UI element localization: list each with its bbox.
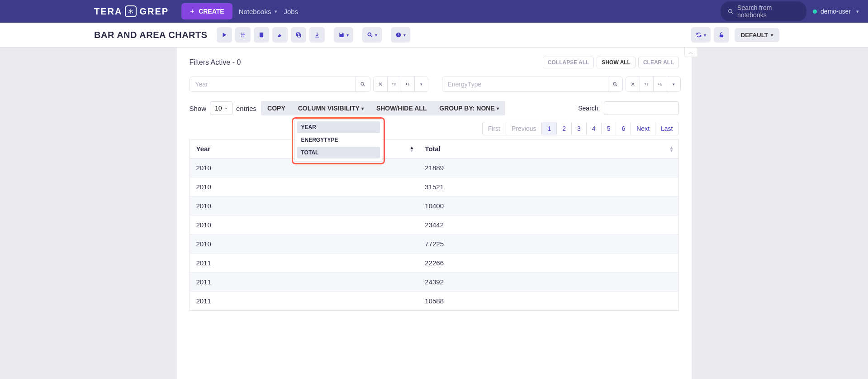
- filter-more-button[interactable]: ▾: [414, 77, 428, 91]
- clock-icon: [395, 32, 402, 38]
- cell-year: 2010: [190, 197, 418, 216]
- status-dot-icon: [813, 10, 817, 14]
- column-header-total[interactable]: Total ▲▼: [418, 139, 678, 158]
- filter-search-button[interactable]: [356, 77, 370, 91]
- table-row: 201124392: [190, 273, 678, 292]
- quick-search-dropdown[interactable]: ▾: [362, 27, 382, 43]
- show-all-button[interactable]: SHOW ALL: [597, 57, 636, 68]
- cell-total: 24392: [418, 273, 678, 292]
- svg-rect-3: [296, 33, 299, 36]
- filter-sort-desc-button[interactable]: [653, 77, 667, 91]
- lock-button[interactable]: [714, 27, 729, 43]
- subheader: BAR AND AREA CHARTS ▾ ▾ ▾ ▾ DEFAU: [0, 23, 868, 48]
- nav-notebooks[interactable]: Notebooks: [239, 8, 278, 15]
- filter-clear-button[interactable]: ✕: [374, 77, 387, 91]
- filter-search-button[interactable]: [608, 77, 622, 91]
- close-icon: ✕: [378, 81, 383, 87]
- show-label: Show: [190, 105, 207, 112]
- filter-sort-asc-button[interactable]: [387, 77, 401, 91]
- cell-total: 10400: [418, 197, 678, 216]
- cell-total: 22266: [418, 254, 678, 273]
- nav-jobs[interactable]: Jobs: [284, 8, 298, 15]
- table-row: 201122266: [190, 254, 678, 273]
- svg-point-5: [368, 33, 371, 36]
- column-visibility-menu: YEARENERGYTYPETOTAL: [294, 119, 382, 162]
- book-button[interactable]: [254, 27, 269, 43]
- user-name: demo-user: [821, 8, 851, 15]
- sort-icon: ▲▼: [669, 146, 674, 152]
- merge-button[interactable]: [235, 27, 251, 43]
- cell-total: 77225: [418, 235, 678, 254]
- clear-all-button[interactable]: CLEAR ALL: [638, 57, 679, 68]
- user-menu[interactable]: demo-user: [813, 8, 859, 15]
- create-button[interactable]: CREATE: [181, 3, 232, 19]
- cell-total: 10588: [418, 292, 678, 311]
- column-visibility-item[interactable]: TOTAL: [297, 147, 380, 158]
- caret-down-icon: ▾: [403, 33, 406, 38]
- cell-year: 2011: [190, 254, 418, 273]
- search-table-input[interactable]: [604, 101, 679, 115]
- collapse-panel-button[interactable]: ︿: [684, 47, 698, 57]
- page-number-button[interactable]: 4: [586, 122, 601, 135]
- filter-clear-button[interactable]: ✕: [626, 77, 640, 91]
- cell-year: 2010: [190, 235, 418, 254]
- svg-rect-4: [340, 33, 342, 34]
- column-visibility-button[interactable]: COLUMN VISIBILITY ▾: [292, 101, 370, 115]
- eraser-icon: [277, 32, 283, 38]
- pagination: FirstPrevious123456NextLast: [482, 122, 679, 135]
- collapse-all-button[interactable]: COLLAPSE ALL: [543, 57, 594, 68]
- page-previous-button[interactable]: Previous: [506, 122, 541, 135]
- brand-right: GREP: [139, 6, 169, 17]
- global-search[interactable]: Search from notebooks: [721, 1, 806, 21]
- filter-sort-asc-button[interactable]: [640, 77, 653, 91]
- page-last-button[interactable]: Last: [655, 122, 678, 135]
- entries-select[interactable]: 10: [210, 101, 232, 115]
- page-first-button[interactable]: First: [483, 122, 506, 135]
- svg-rect-1: [260, 33, 263, 38]
- run-button[interactable]: [217, 27, 232, 43]
- entries-label: entries: [236, 105, 256, 112]
- sort-desc-icon: [405, 82, 410, 87]
- table-row: 201110588: [190, 292, 678, 311]
- filter-sort-desc-button[interactable]: [401, 77, 414, 91]
- page-number-button[interactable]: 5: [601, 122, 616, 135]
- sort-asc-icon: [644, 82, 649, 87]
- refresh-icon: [696, 32, 702, 38]
- cell-year: 2010: [190, 178, 418, 197]
- page-number-button[interactable]: 2: [556, 122, 571, 135]
- download-button[interactable]: [309, 27, 325, 43]
- filter-year-input[interactable]: [190, 77, 356, 91]
- filter-energytype-input[interactable]: [442, 77, 608, 91]
- save-icon: [338, 32, 345, 38]
- filter-more-button[interactable]: ▾: [667, 77, 680, 91]
- search-icon: [728, 9, 734, 14]
- chevron-up-icon: ︿: [688, 49, 693, 56]
- search-icon: [360, 82, 365, 87]
- svg-point-9: [613, 82, 616, 85]
- copy-button[interactable]: [291, 27, 306, 43]
- show-hide-all-button[interactable]: SHOW/HIDE ALL: [370, 101, 433, 115]
- column-visibility-item[interactable]: ENERGYTYPE: [297, 134, 380, 146]
- column-visibility-item[interactable]: YEAR: [297, 121, 380, 133]
- environment-label: DEFAULT: [741, 32, 768, 38]
- page-number-button[interactable]: 3: [571, 122, 586, 135]
- play-icon: [221, 32, 228, 38]
- search-icon: [367, 32, 373, 38]
- erase-button[interactable]: [272, 27, 288, 43]
- page-next-button[interactable]: Next: [631, 122, 655, 135]
- cell-total: 23442: [418, 216, 678, 235]
- plus-icon: [190, 9, 195, 14]
- page-title: BAR AND AREA CHARTS: [94, 30, 208, 40]
- caret-down-icon: ▾: [361, 106, 364, 111]
- save-dropdown[interactable]: ▾: [334, 27, 353, 43]
- caret-down-icon: ▾: [704, 33, 706, 38]
- copy-table-button[interactable]: COPY: [261, 101, 292, 115]
- group-by-button[interactable]: GROUP BY: NONE ▾: [433, 101, 505, 115]
- svg-rect-2: [297, 34, 300, 37]
- environment-dropdown[interactable]: DEFAULT ▾: [735, 28, 779, 42]
- page-number-button[interactable]: 1: [541, 122, 556, 135]
- page-number-button[interactable]: 6: [616, 122, 631, 135]
- cell-total: 21889: [418, 158, 678, 178]
- refresh-dropdown[interactable]: ▾: [691, 27, 711, 43]
- schedule-dropdown[interactable]: ▾: [391, 27, 410, 43]
